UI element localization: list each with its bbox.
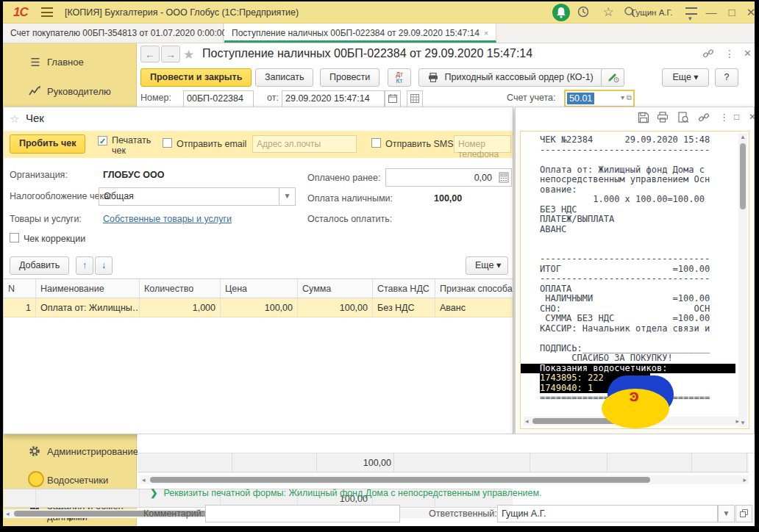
chevron-down-icon[interactable]: ▼ <box>718 505 735 522</box>
menu-lines-icon: ☰ <box>28 55 43 70</box>
maximize-icon[interactable]: □ <box>724 5 740 20</box>
tab-bar: Счет покупателю 00БП-354813 от 01.07.202… <box>3 24 755 43</box>
comment-input[interactable] <box>205 505 400 522</box>
print-icon[interactable] <box>657 112 669 123</box>
col-sum[interactable]: Сумма <box>298 279 373 298</box>
maximize-panel-icon[interactable]: □ <box>734 112 739 122</box>
dialog-title: Чек <box>26 112 44 124</box>
help-button[interactable]: ? <box>715 68 738 87</box>
number-field[interactable]: 00БП-022384 <box>183 90 254 107</box>
responsible-field[interactable]: Гущин А.Г. <box>497 505 718 522</box>
calendar-icon[interactable] <box>385 90 401 107</box>
goods-services-link[interactable]: Собственные товары и услуги <box>103 214 232 224</box>
receipt-text-area[interactable]: ЧЕК №22384 29.09.2020 15:48 ------------… <box>520 131 749 429</box>
grid-icon[interactable] <box>407 90 423 107</box>
back-button[interactable]: ← <box>140 46 160 62</box>
paid-earlier-label: Оплачено ранее: <box>307 173 380 183</box>
favorite-star-icon[interactable]: ★ <box>183 47 194 62</box>
main-table-empty-row <box>138 434 755 453</box>
col-vat[interactable]: Ставка НДС <box>373 279 435 298</box>
more-menu-icon[interactable]: ⋮ <box>724 48 735 60</box>
comment-label: Комментарий: <box>143 508 204 519</box>
col-method[interactable]: Признак способа р <box>435 279 513 298</box>
tab-invoice[interactable]: Счет покупателю 00БП-354813 от 01.07.202… <box>3 24 224 43</box>
check-dialog-form: Организация: ГЛОБУС ООО Налогообложение … <box>4 158 513 261</box>
chevron-down-icon[interactable]: ▼ <box>279 188 295 205</box>
save-icon[interactable] <box>638 112 649 123</box>
col-price[interactable]: Цена <box>221 279 298 298</box>
phone-number-field[interactable]: Номер телефона <box>454 135 511 153</box>
col-qty[interactable]: Количество <box>140 279 221 298</box>
print-check-checkbox[interactable]: ✓ <box>98 136 107 145</box>
close-icon[interactable]: ✕ <box>743 5 755 20</box>
document-toolbar: Провести и закрыть Записать Провести ДтК… <box>138 66 755 90</box>
email-address-field[interactable]: Адрес эл.почты <box>252 135 357 153</box>
write-button[interactable]: Записать <box>255 68 313 87</box>
account-field[interactable]: 50.01 ▾ ⧉ <box>564 90 635 107</box>
comment-row: Комментарий: Ответственный: Гущин А.Г. ▼ <box>138 504 755 525</box>
service-menu-icon[interactable] <box>685 7 697 15</box>
title-bar: 1С [КОПИЯ] Бухгалтерия - ООО Глобус (1С:… <box>3 1 755 24</box>
cash-payment-label: Оплата наличными: <box>307 193 393 204</box>
tab-cash-receipt[interactable]: Поступление наличных 00БП-022384 от 29.0… <box>224 24 496 43</box>
calculator-icon[interactable] <box>499 172 509 183</box>
main-table-totals-row: 100,00 <box>138 453 749 472</box>
minimize-icon[interactable]: — <box>703 5 719 20</box>
add-row-button[interactable]: Добавить <box>10 256 69 275</box>
taxation-select[interactable]: Общая ▼ <box>99 187 296 206</box>
correction-check-checkbox[interactable] <box>10 233 19 242</box>
chevron-right-icon[interactable]: ❯ <box>150 488 157 498</box>
current-user[interactable]: Гущин А.Г. <box>632 8 673 17</box>
taxation-label: Налогообложение чека: <box>10 191 112 201</box>
date-label: от: <box>267 93 279 103</box>
check-dialog-toolbar: Пробить чек ✓ Печатать чек Отправить ema… <box>4 131 513 158</box>
main-total-sum: 100,00 <box>321 458 391 468</box>
account-label: Счет учета: <box>507 93 555 103</box>
left-to-pay-label: Осталось оплатить: <box>307 214 392 224</box>
tab-close-icon[interactable]: × <box>484 29 488 37</box>
printed-form-requisites[interactable]: ❯Реквизиты печатной формы: Жилищный фонд… <box>150 487 542 498</box>
history-icon[interactable] <box>577 5 593 20</box>
get-link-icon[interactable] <box>702 48 714 60</box>
correction-check-label: Чек коррекции <box>24 234 85 244</box>
col-name[interactable]: Наименование <box>36 279 140 298</box>
table-more-button[interactable]: Еще ▾ <box>466 256 508 275</box>
open-icon[interactable] <box>735 505 752 522</box>
goods-services-label: Товары и услуги: <box>10 214 82 224</box>
move-up-button[interactable]: ↑ <box>76 256 93 275</box>
document-title: Поступление наличных 00БП-022384 от 29.0… <box>202 47 532 60</box>
hamburger-menu-icon[interactable] <box>41 7 53 17</box>
date-field[interactable]: 29.09.2020 15:47:14 <box>282 90 385 107</box>
send-sms-checkbox[interactable] <box>371 138 381 148</box>
doc-more-button[interactable]: Еще ▾ <box>662 68 709 87</box>
selected-receipt-line: Показания водосчетчиков: <box>521 364 735 374</box>
mouse-cursor-icon: Ͽ <box>630 390 638 405</box>
table-row[interactable]: 1 Оплата от: Жилищны… 1,000 100,00 100,0… <box>4 298 513 317</box>
account-field-buttons[interactable]: ▾ ⧉ <box>621 93 632 102</box>
favorites-star-icon[interactable]: ☆ <box>600 5 616 20</box>
paid-earlier-field[interactable]: 0,00 <box>385 168 512 187</box>
forward-button[interactable]: → <box>161 46 180 62</box>
post-button[interactable]: Провести <box>320 68 380 87</box>
move-down-button[interactable]: ↓ <box>95 256 113 275</box>
punch-check-button[interactable]: Пробить чек <box>10 134 85 154</box>
post-and-close-button[interactable]: Провести и закрыть <box>140 68 252 87</box>
dt-kt-postings-button[interactable]: ДтКт <box>388 68 411 87</box>
col-n[interactable]: N <box>4 279 36 298</box>
receipt-toolbar: ⋮ □ ✕ <box>516 107 754 129</box>
send-email-checkbox[interactable] <box>163 138 172 148</box>
receipt-vertical-scrollbar[interactable]: ▲ ▼ <box>738 133 747 427</box>
table-header-row: N Наименование Количество Цена Сумма Ста… <box>4 279 513 298</box>
close-document-icon[interactable]: ✕ <box>744 48 752 59</box>
close-panel-icon[interactable]: ✕ <box>749 112 755 122</box>
more-menu-icon[interactable]: ⋮ <box>719 112 729 123</box>
cash-order-print-button[interactable]: Приходный кассовый ордер (КО-1) <box>418 68 603 87</box>
notifications-icon[interactable] <box>552 4 570 21</box>
document-header: ← → ★ Поступление наличных 00БП-022384 о… <box>138 43 755 66</box>
main-horizontal-scrollbar[interactable]: ◂ ▸ <box>140 475 749 484</box>
dialog-star-icon[interactable]: ☆ <box>10 112 19 126</box>
printer-icon <box>428 73 438 82</box>
link-icon[interactable] <box>698 112 710 123</box>
edit-schedule-icon-button[interactable] <box>601 68 624 87</box>
preview-icon[interactable] <box>677 112 689 123</box>
